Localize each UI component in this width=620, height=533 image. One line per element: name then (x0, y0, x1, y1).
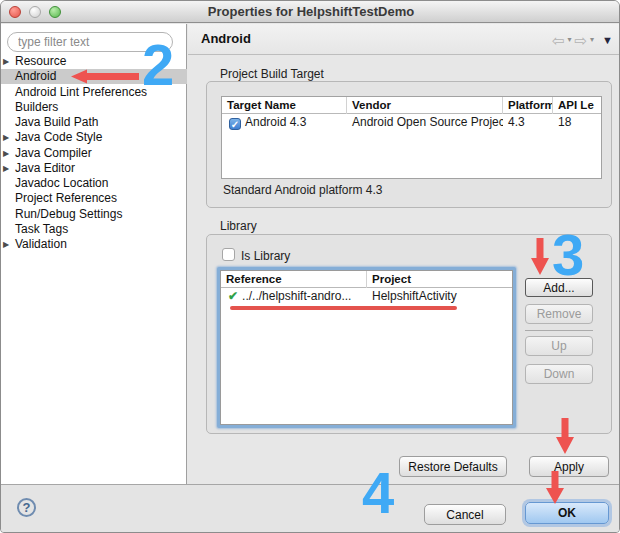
target-name-cell: Android 4.3 (245, 115, 306, 129)
library-group-label: Library (220, 219, 257, 233)
sidebar-item-label: Java Editor (15, 161, 75, 175)
column-header-api-level[interactable]: API Le (553, 97, 601, 114)
sidebar-item-validation[interactable]: ▶ Validation (1, 237, 187, 252)
reference-cell: ../../helpshift-andro... (242, 289, 351, 303)
expand-triangle-icon[interactable]: ▶ (3, 54, 13, 69)
sidebar-item-resource[interactable]: ▶ Resource (1, 54, 187, 69)
platform-cell: 4.3 (503, 114, 553, 131)
sidebar-item-label: Validation (15, 237, 67, 251)
sidebar-item-label: Java Code Style (15, 130, 102, 144)
column-header-platform[interactable]: Platform (503, 97, 553, 114)
sidebar-item-task-tags[interactable]: Task Tags (1, 222, 187, 237)
resolved-check-icon: ✔ (228, 289, 238, 303)
sidebar-item-label: Javadoc Location (15, 176, 108, 190)
sidebar-item-project-references[interactable]: Project References (1, 191, 187, 206)
column-header-reference[interactable]: Reference (221, 271, 367, 288)
is-library-label: Is Library (241, 249, 290, 263)
sidebar-item-label: Java Compiler (15, 146, 92, 160)
dialog-footer: ? Cancel OK (1, 484, 620, 533)
properties-dialog: Properties for HelpshiftTestDemo ▶ Resou… (0, 0, 620, 533)
expand-triangle-icon[interactable]: ▶ (3, 130, 13, 145)
sidebar-item-label: Project References (15, 191, 117, 205)
build-target-status: Standard Android platform 4.3 (223, 183, 382, 197)
expand-triangle-icon[interactable]: ▶ (3, 237, 13, 252)
build-target-table[interactable]: Target Name Vendor Platform API Le ✓Andr… (221, 96, 602, 179)
apply-button[interactable]: Apply (529, 456, 609, 477)
up-button[interactable]: Up (525, 336, 593, 356)
sidebar-item-java-editor[interactable]: ▶ Java Editor (1, 161, 187, 176)
window-title: Properties for HelpshiftTestDemo (1, 1, 620, 23)
build-target-table-header: Target Name Vendor Platform API Le (222, 97, 601, 114)
ok-button[interactable]: OK (525, 502, 609, 524)
add-button[interactable]: Add... (525, 278, 593, 297)
help-button[interactable]: ? (17, 498, 36, 517)
back-history-caret-icon[interactable]: ▾ (568, 36, 572, 44)
sidebar-item-label: Android Lint Preferences (15, 85, 147, 99)
column-header-vendor[interactable]: Vendor (347, 97, 503, 114)
filter-input[interactable] (7, 32, 173, 52)
table-row[interactable]: ✓Android 4.3 Android Open Source Project… (222, 114, 601, 131)
properties-tree: ▶ Resource Android Android Lint Preferen… (1, 54, 187, 252)
sidebar-item-label: Run/Debug Settings (15, 207, 122, 221)
build-target-group-label: Project Build Target (220, 67, 324, 81)
column-header-target-name[interactable]: Target Name (222, 97, 347, 114)
button-separator (525, 330, 593, 331)
column-header-project[interactable]: Project (367, 271, 512, 288)
sidebar: ▶ Resource Android Android Lint Preferen… (1, 24, 187, 484)
api-level-cell: 18 (553, 114, 601, 131)
remove-button[interactable]: Remove (525, 304, 593, 324)
sidebar-item-builders[interactable]: Builders (1, 100, 187, 115)
sidebar-item-label: Java Build Path (15, 115, 98, 129)
sidebar-item-javadoc-location[interactable]: Javadoc Location (1, 176, 187, 191)
target-checkbox[interactable]: ✓ (229, 118, 241, 130)
down-button[interactable]: Down (525, 364, 593, 384)
project-cell: HelpshiftActivity (367, 288, 512, 305)
sidebar-item-java-code-style[interactable]: ▶ Java Code Style (1, 130, 187, 145)
vendor-cell: Android Open Source Project (347, 114, 503, 131)
back-arrow-icon[interactable]: ⇦ (552, 33, 565, 48)
sidebar-item-label: Builders (15, 100, 58, 114)
forward-arrow-icon[interactable]: ⇨ (575, 33, 588, 48)
cancel-button[interactable]: Cancel (424, 504, 506, 525)
sidebar-item-run-debug-settings[interactable]: Run/Debug Settings (1, 207, 187, 222)
page-title: Android (201, 31, 251, 46)
sidebar-item-java-build-path[interactable]: Java Build Path (1, 115, 187, 130)
sidebar-item-java-compiler[interactable]: ▶ Java Compiler (1, 146, 187, 161)
library-table-focus-ring: Reference Project ✔../../helpshift-andro… (217, 267, 516, 428)
library-table-header: Reference Project (221, 271, 512, 288)
table-row[interactable]: ✔../../helpshift-andro... HelpshiftActiv… (221, 288, 512, 305)
view-menu-icon[interactable]: ▼ (602, 35, 613, 46)
sidebar-item-label: Resource (15, 54, 66, 68)
restore-defaults-button[interactable]: Restore Defaults (399, 456, 507, 477)
titlebar[interactable]: Properties for HelpshiftTestDemo (1, 1, 620, 23)
is-library-checkbox[interactable] (222, 248, 235, 261)
expand-triangle-icon[interactable]: ▶ (3, 161, 13, 176)
expand-triangle-icon[interactable]: ▶ (3, 146, 13, 161)
android-properties-panel: Android ⇦ ▾ ⇨ ▾ ▼ Project Build Target T… (188, 24, 620, 484)
sidebar-item-android[interactable]: Android (1, 69, 187, 84)
annotation-underline (230, 306, 457, 310)
sidebar-item-label: Task Tags (15, 222, 68, 236)
library-table[interactable]: Reference Project ✔../../helpshift-andro… (220, 270, 513, 425)
forward-history-caret-icon[interactable]: ▾ (590, 36, 594, 44)
sidebar-item-label: Android (15, 69, 56, 83)
panel-header: Android ⇦ ▾ ⇨ ▾ ▼ (188, 24, 620, 55)
sidebar-item-android-lint-preferences[interactable]: Android Lint Preferences (1, 85, 187, 100)
